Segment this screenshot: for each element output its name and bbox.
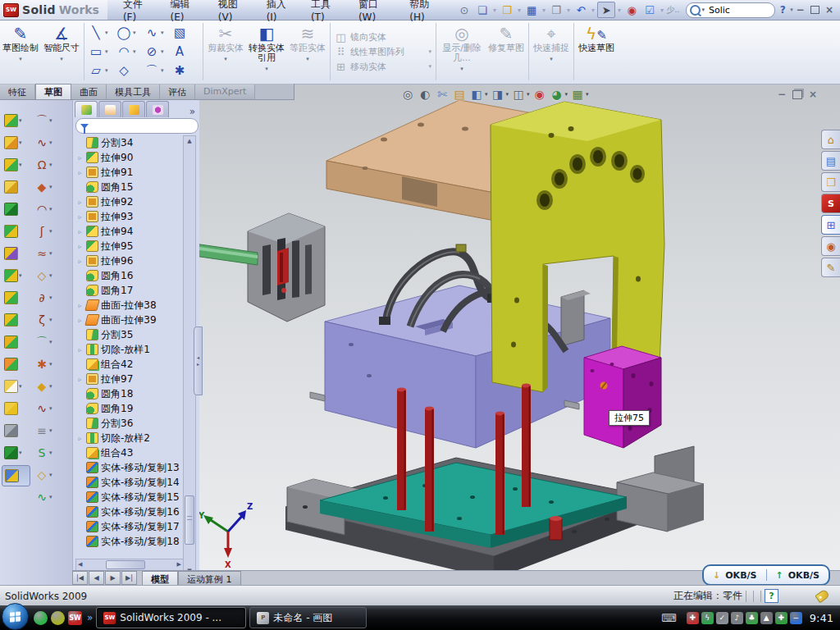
view-orientation-icon[interactable]: ◧▾ xyxy=(469,87,488,102)
sketch-tool-icon-17[interactable]: ◇▾ xyxy=(33,465,60,485)
tree-item[interactable]: 分割35 xyxy=(75,327,183,342)
display-delete-relations-button[interactable]: ◎ 显示/删除几...▾ xyxy=(438,20,486,84)
rebuild-traffic-light-icon[interactable]: ◉ xyxy=(623,2,640,17)
sketch-tool-icon-1[interactable]: ⌒▾ xyxy=(33,111,60,130)
model-base-plate[interactable] xyxy=(285,446,704,579)
tree-item[interactable]: ▹拉伸95 xyxy=(75,239,183,253)
dropdown-icon[interactable]: ▾ xyxy=(265,64,268,74)
last-tab-button[interactable]: ▶| xyxy=(121,571,137,585)
chamfer-icon[interactable] xyxy=(2,177,29,197)
tree-item[interactable]: 组合42 xyxy=(75,357,183,372)
repair-sketch-button[interactable]: ✎ 修复草图 xyxy=(486,20,527,84)
section-icon[interactable]: ▤ xyxy=(452,87,467,102)
blocked-status-icon[interactable]: − xyxy=(790,612,802,624)
tab-评估[interactable]: 评估 xyxy=(160,84,195,99)
tree-item[interactable]: ▹切除-放样1 xyxy=(75,342,183,357)
expander-icon[interactable]: ▹ xyxy=(76,169,84,176)
hide-show-items-icon[interactable]: ◫▾ xyxy=(511,87,530,102)
tree-item[interactable]: 圆角16 xyxy=(75,268,183,283)
tree-item[interactable]: ▹曲面-拉伸39 xyxy=(75,313,183,327)
point-icon[interactable]: ✱ xyxy=(171,62,199,80)
pin-icon[interactable]: ⊙ xyxy=(456,2,472,17)
scroll-left-icon[interactable]: ◀ xyxy=(78,561,82,568)
tree-item[interactable]: ▹切除-放样2 xyxy=(75,431,183,445)
sketch-button[interactable]: ✎ 草图绘制▾ xyxy=(0,20,41,84)
panel-splitter-handle[interactable]: ◂▸ xyxy=(194,326,203,395)
appearances-icon[interactable]: ◉ xyxy=(821,236,840,256)
spline-icon[interactable]: ∿▾ xyxy=(144,24,171,42)
volume-icon[interactable]: ♪ xyxy=(731,612,743,624)
expander-icon[interactable]: ▹ xyxy=(76,435,84,442)
slot-icon[interactable]: ▱▾ xyxy=(88,62,116,80)
home-icon[interactable]: ⌂ xyxy=(821,130,840,149)
menu-item-0[interactable]: 文件(F) xyxy=(116,0,163,25)
sketch-tool-icon-10[interactable]: ζ▾ xyxy=(33,310,60,330)
taskbar-window-inactive[interactable]: P未命名 - 画图 xyxy=(249,607,367,628)
smart-dimension-button[interactable]: ∡ 智能尺寸▾ xyxy=(41,20,82,84)
next-tab-button[interactable]: ▶ xyxy=(105,571,121,585)
quick-launch-chevron-icon[interactable]: » xyxy=(87,612,93,623)
tab-草图[interactable]: 草图 xyxy=(35,84,71,99)
model-side-block-magenta[interactable] xyxy=(584,346,661,448)
move-entities-button[interactable]: ⊞移动实体▾ xyxy=(335,61,431,73)
health-shield-icon[interactable]: ✚ xyxy=(775,612,788,624)
tree-item[interactable]: ▹拉伸91 xyxy=(75,165,183,180)
circle-icon[interactable]: ◯▾ xyxy=(116,24,144,42)
expander-icon[interactable]: ▹ xyxy=(76,258,84,265)
tree-item[interactable]: ▹拉伸93 xyxy=(75,209,183,224)
sketch-tool-icon-8[interactable]: ◇▾ xyxy=(33,266,60,285)
file-explorer-icon[interactable]: ❒ xyxy=(821,172,840,192)
scroll-up-icon[interactable]: ▲ xyxy=(184,138,195,144)
rectangle-icon[interactable]: ▭▾ xyxy=(88,43,116,61)
tree-item[interactable]: ▹曲面-拉伸38 xyxy=(75,298,183,313)
tab-DimXpert[interactable]: DimXpert xyxy=(195,84,255,99)
quick-snaps-button[interactable]: ⌖ 快速捕捉▾ xyxy=(531,20,572,84)
search-box[interactable]: ▾ xyxy=(686,2,775,18)
tree-horizontal-scrollbar[interactable]: ◀ ▶ xyxy=(75,559,184,571)
tab-模具工具[interactable]: 模具工具 xyxy=(107,84,160,99)
doc-close-button[interactable]: × xyxy=(809,89,817,100)
tree-item[interactable]: ▹拉伸90 xyxy=(75,150,183,165)
solidworks-resources-icon[interactable]: S xyxy=(821,194,840,213)
tree-item[interactable]: 圆角17 xyxy=(75,283,183,298)
arc-icon[interactable]: ◠▾ xyxy=(116,43,144,61)
panel-more-icon[interactable]: » xyxy=(189,106,198,117)
convert-entities-button[interactable]: ◧ 转换实体引用▾ xyxy=(246,20,287,84)
expander-icon[interactable]: ▹ xyxy=(76,346,84,354)
network-warning-icon[interactable]: ▲ xyxy=(760,612,773,624)
zoom-fit-icon[interactable]: ◎ xyxy=(400,87,415,102)
polygon-icon[interactable]: ◇ xyxy=(116,62,144,80)
search-input[interactable] xyxy=(707,4,756,16)
tree-item[interactable]: ▹拉伸92 xyxy=(75,194,183,209)
apply-scene-icon[interactable]: ◕▾ xyxy=(550,87,568,102)
save-icon[interactable]: ▦ xyxy=(523,2,540,17)
ellipse-icon[interactable]: ⊘▾ xyxy=(144,43,171,61)
print-icon[interactable]: ❐ xyxy=(548,2,564,17)
bottom-tab-模型[interactable]: 模型 xyxy=(142,571,178,586)
tree-item[interactable]: 圆角19 xyxy=(75,401,183,416)
model-assembly[interactable]: Y Z X xyxy=(199,84,840,585)
first-tab-button[interactable]: |◀ xyxy=(72,571,88,585)
dropdown-icon[interactable]: ▾ xyxy=(19,54,22,64)
configurationmanager-tab[interactable] xyxy=(122,101,145,117)
sketch-tool-icon-2[interactable]: ∿▾ xyxy=(33,133,60,153)
launcher-icon[interactable] xyxy=(51,611,65,625)
cut-wedge-icon[interactable] xyxy=(2,221,29,241)
tree-item[interactable]: 实体-移动/复制13 xyxy=(75,460,183,475)
model-die-block[interactable] xyxy=(248,213,325,322)
menu-item-4[interactable]: 工具(T) xyxy=(304,0,351,25)
spline-curve-icon[interactable]: ▾ xyxy=(2,443,29,463)
help-button[interactable]: ? xyxy=(775,3,790,16)
delete-body-icon[interactable]: ▾ xyxy=(2,377,29,396)
tree-item[interactable]: 分割34 xyxy=(75,135,183,150)
antivirus-shield-icon[interactable]: ✚ xyxy=(687,612,699,624)
messenger-icon[interactable] xyxy=(34,611,48,625)
boss-icon[interactable] xyxy=(2,199,29,219)
design-library-icon[interactable]: ▤ xyxy=(821,151,840,171)
dimxpert-tab[interactable] xyxy=(146,101,169,117)
undo-icon[interactable]: ↶ xyxy=(573,2,589,17)
featuremanager-tab[interactable] xyxy=(75,101,98,117)
tree-item[interactable]: 分割36 xyxy=(75,416,183,431)
text-icon[interactable]: A xyxy=(171,43,199,61)
curve-dotted-icon[interactable] xyxy=(2,421,29,441)
